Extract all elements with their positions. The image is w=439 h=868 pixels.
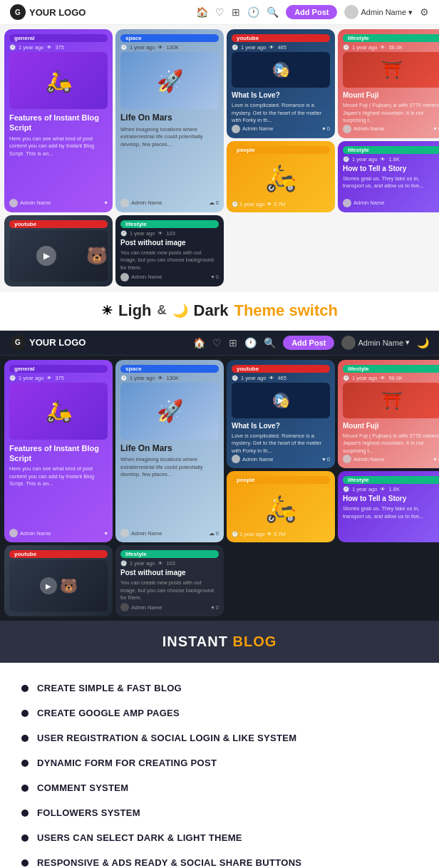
card-footer: Admin Name ♥ 0 [120, 603, 219, 611]
card-tag: space [120, 365, 219, 373]
card-desc: Here you can see what kind of post conte… [9, 465, 108, 488]
card-footer: Admin Name ♥ [9, 199, 108, 207]
dark-card-youtube2[interactable]: youtube ▶ 🐻 [4, 545, 113, 616]
card-tag: general [9, 365, 108, 373]
dark-card-no-image[interactable]: lifestyle 🕐1 year ago👁103 Post without i… [115, 545, 224, 616]
feature-item-6: FOLLOWERS SYSTEM [21, 800, 418, 825]
admin-profile[interactable]: Admin Name ▾ [344, 5, 413, 19]
card-desc: When imagining locations where extraterr… [120, 456, 219, 479]
add-post-button[interactable]: Add Post [286, 5, 337, 19]
card-tag: lifestyle [343, 476, 439, 484]
search-icon[interactable]: 🔍 [267, 6, 279, 18]
card-title: How to Tell a Story [343, 164, 439, 173]
feature-item-1: CREATE SIMPLE & FAST BLOG [21, 676, 418, 701]
bullet-icon [21, 835, 29, 842]
card-tag: lifestyle [343, 365, 439, 373]
card-footer: Admin Name ♥ 0 [343, 455, 439, 463]
card-meta: 🕐1 year ago👁1.8K [343, 156, 439, 162]
feature-item-3: USER REGISTRATION & SOCIAL LOGIN & LIKE … [21, 725, 418, 750]
card-title: Life On Mars [120, 113, 219, 124]
card-desc: Mount Fuji ( Fujisan) is with 3776 meter… [343, 433, 439, 455]
card-general-blog[interactable]: general 🕐1 year ago👁375 🛵 Features of In… [4, 29, 113, 212]
card-space-mars[interactable]: space 🕐1 year ago👁130K 🚀 Life On Mars Wh… [115, 29, 224, 212]
features-list: CREATE SIMPLE & FAST BLOG CREATE GOOGLE … [0, 663, 439, 868]
card-desc: Love is complicated. Romance is a myster… [232, 433, 330, 455]
card-tag: people [232, 146, 330, 154]
card-tag: youtube [9, 220, 108, 228]
logo: G YOUR LOGO [10, 4, 86, 20]
card-desc: You can create new posts with out image,… [120, 579, 219, 602]
card-meta: 🕐1 year ago👁130K [120, 44, 219, 51]
switch-label: Theme switch [234, 301, 337, 320]
card-tag: lifestyle [120, 550, 219, 558]
card-tag: youtube [232, 365, 330, 373]
card-tag: lifestyle [343, 34, 439, 42]
admin-profile-dark[interactable]: Admin Name ▾ [341, 336, 410, 350]
card-footer: Admin Name ♥ [9, 529, 108, 537]
card-title: How to Tell a Story [343, 494, 439, 503]
dark-label: Dark [194, 301, 229, 320]
dark-card-people[interactable]: people 🛵 🕐 1 year ago 👁 3.7M [227, 471, 335, 542]
card-footer: Admin Name ♥ 0 [343, 125, 439, 133]
dark-card-story[interactable]: lifestyle 🕐1 year ago👁1.8K How to Tell a… [338, 471, 439, 542]
grid-icon[interactable]: ⊞ [229, 337, 237, 348]
card-desc: Mount Fuji ( Fujisan) is with 3776 meter… [343, 102, 439, 125]
card-youtube-video[interactable]: youtube ▶ 🐻 [4, 215, 113, 286]
light-theme-section: G YOUR LOGO 🏠 ♡ ⊞ 🕐 🔍 Add Post Admin Nam… [0, 0, 439, 291]
card-title: What Is Love? [232, 91, 330, 100]
card-desc: You can create new posts with out image,… [120, 249, 219, 272]
bullet-icon [21, 710, 29, 717]
feature-item-7: USERS CAN SELECT DARK & LIGHT THEME [21, 825, 418, 850]
avatar-dark [341, 336, 356, 350]
features-section: INSTANT BLOG CREATE SIMPLE & FAST BLOG C… [0, 621, 439, 868]
bullet-icon [21, 810, 29, 817]
bullet-icon [21, 735, 29, 742]
heart-icon[interactable]: ♡ [212, 337, 222, 348]
moon-icon: 🌙 [172, 303, 188, 319]
settings-icon[interactable]: ⚙ [420, 6, 429, 18]
dark-logo: G YOUR LOGO [10, 335, 86, 351]
card-footer: Admin Name ☁ 0 [120, 199, 219, 207]
card-lifestyle-story[interactable]: lifestyle 🕐1 year ago👁1.8K How to Tell a… [338, 141, 439, 212]
dark-card-youtube[interactable]: youtube 🕐1 year ago👁465 🎭 ▶ What Is Love… [227, 360, 335, 469]
card-desc: When imagining locations where extraterr… [120, 126, 219, 149]
logo-icon: G [10, 4, 26, 20]
feature-item-5: COMMENT SYSTEM [21, 775, 418, 800]
card-youtube-love[interactable]: youtube 🕐1 year ago👁465 🎭 ▶ What Is Love… [227, 29, 335, 138]
bullet-icon [21, 685, 29, 692]
clock-icon[interactable]: 🕐 [244, 337, 257, 348]
search-icon[interactable]: 🔍 [264, 337, 276, 348]
nav-icons: 🏠 ♡ ⊞ 🕐 🔍 Add Post Admin Name ▾ ⚙ [196, 5, 429, 19]
add-post-button-dark[interactable]: Add Post [283, 336, 334, 350]
theme-switch-banner: ☀ Ligh & 🌙 Dark Theme switch [0, 291, 439, 331]
card-meta: 🕐1 year ago👁103 [120, 230, 219, 237]
card-meta: 🕐1 year ago👁465 [232, 44, 330, 51]
card-title: Post without image [120, 238, 219, 247]
grid-icon[interactable]: ⊞ [232, 6, 240, 18]
home-icon[interactable]: 🏠 [193, 337, 205, 348]
card-title: Features of Instant Blog Script [9, 113, 108, 133]
card-title: Post without image [120, 568, 219, 577]
features-title: INSTANT BLOG [162, 634, 277, 649]
dark-nav-icons: 🏠 ♡ ⊞ 🕐 🔍 Add Post Admin Name ▾ 🌙 [193, 336, 429, 350]
dark-card-mars[interactable]: space 🕐1 year ago👁130K 🚀 Life On Mars Wh… [115, 360, 224, 543]
card-people[interactable]: people 🛵 🕐 1 year ago 👁 3.7M [227, 141, 335, 212]
card-title: Mount Fuji [343, 91, 439, 100]
dark-card-general[interactable]: general 🕐1 year ago👁375 🛵 Features of In… [4, 360, 113, 543]
card-tag: general [9, 34, 108, 42]
card-post-without-image[interactable]: lifestyle 🕐1 year ago👁103 Post without i… [115, 215, 224, 286]
heart-icon[interactable]: ♡ [215, 6, 224, 18]
card-tag: youtube [9, 550, 108, 558]
moon-icon-nav[interactable]: 🌙 [417, 337, 429, 348]
dark-card-fuji[interactable]: lifestyle 🕐1 year ago👁58.0K ⛩️ Mount Fuj… [338, 360, 439, 469]
card-footer: 🕐 1 year ago 👁 3.7M [232, 201, 330, 207]
feature-item-4: DYNAMIC FORM FOR CREATING POST [21, 750, 418, 775]
dark-theme-section: G YOUR LOGO 🏠 ♡ ⊞ 🕐 🔍 Add Post Admin Nam… [0, 331, 439, 621]
card-lifestyle-fuji[interactable]: lifestyle 🕐1 year ago👁58.0K ⛩️ Mount Fuj… [338, 29, 439, 138]
card-tag: lifestyle [120, 220, 219, 228]
card-meta: 🕐1 year ago👁58.0K [343, 44, 439, 51]
clock-icon[interactable]: 🕐 [247, 6, 259, 18]
logo-icon-dark: G [10, 335, 26, 351]
dark-navbar: G YOUR LOGO 🏠 ♡ ⊞ 🕐 🔍 Add Post Admin Nam… [0, 331, 439, 356]
home-icon[interactable]: 🏠 [196, 6, 208, 18]
